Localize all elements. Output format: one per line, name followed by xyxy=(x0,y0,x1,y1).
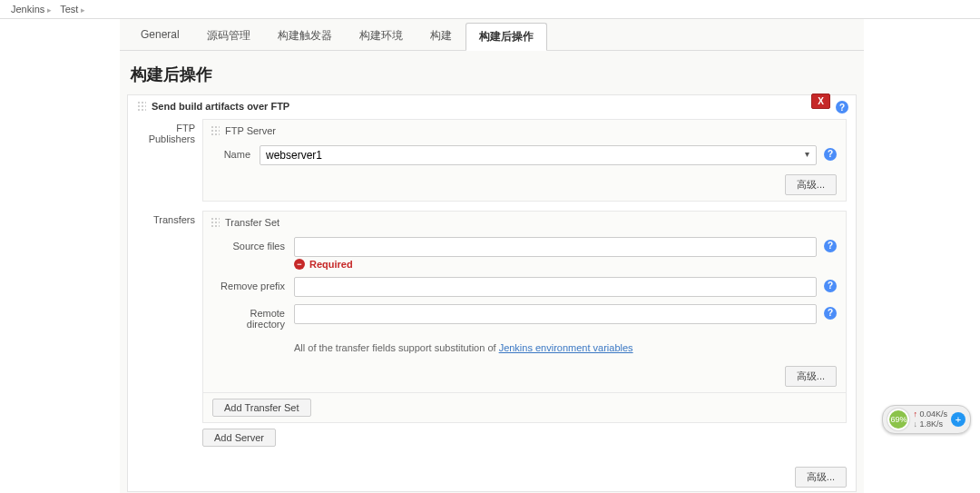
net-stats: 0.04K/s 1.8K/s xyxy=(913,409,947,429)
source-files-input[interactable] xyxy=(294,237,817,257)
chevron-right-icon: ▸ xyxy=(81,5,85,15)
page-title: 构建后操作 xyxy=(120,51,864,94)
help-icon[interactable]: ? xyxy=(824,307,837,320)
name-label: Name xyxy=(212,145,260,160)
help-icon[interactable]: ? xyxy=(824,148,837,161)
transfer-set-block: Transfer Set Source files − Required ? xyxy=(202,211,847,423)
remote-dir-input[interactable] xyxy=(294,304,817,324)
tab-general[interactable]: General xyxy=(127,22,193,50)
add-transfer-set-button[interactable]: Add Transfer Set xyxy=(212,399,311,417)
ftp-publisher-section: Send build artifacts over FTP X ? FTP Pu… xyxy=(127,94,857,492)
source-files-label: Source files xyxy=(212,237,294,251)
breadcrumb-project[interactable]: Test xyxy=(60,4,78,15)
help-icon[interactable]: ? xyxy=(824,240,837,252)
tab-build-env[interactable]: 构建环境 xyxy=(346,22,416,50)
drag-handle-icon[interactable] xyxy=(211,217,220,228)
help-icon[interactable]: ? xyxy=(824,280,837,292)
remote-dir-label: Remote directory xyxy=(212,304,294,330)
required-error: − Required xyxy=(294,257,817,270)
drag-handle-icon[interactable] xyxy=(211,125,220,136)
breadcrumb-root[interactable]: Jenkins xyxy=(11,4,44,15)
env-vars-link[interactable]: Jenkins environment variables xyxy=(499,342,633,353)
tab-triggers[interactable]: 构建触发器 xyxy=(264,22,346,50)
tab-scm[interactable]: 源码管理 xyxy=(193,22,264,50)
usage-circle: 69% xyxy=(887,409,909,430)
server-advanced-button[interactable]: 高级... xyxy=(785,174,837,195)
publishers-label: FTP Publishers xyxy=(137,119,202,202)
transfer-hint: All of the transfer fields support subst… xyxy=(294,337,837,357)
delete-section-button[interactable]: X xyxy=(811,94,830,109)
expand-widget-button[interactable]: + xyxy=(951,412,965,427)
breadcrumb: Jenkins ▸ Test ▸ xyxy=(0,0,980,19)
config-tabs: General 源码管理 构建触发器 构建环境 构建 构建后操作 xyxy=(120,19,864,51)
transfer-advanced-button[interactable]: 高级... xyxy=(785,366,837,387)
network-widget[interactable]: 69% 0.04K/s 1.8K/s + xyxy=(882,405,971,434)
remove-prefix-label: Remove prefix xyxy=(212,277,294,291)
chevron-right-icon: ▸ xyxy=(47,5,52,15)
remove-prefix-input[interactable] xyxy=(294,277,817,297)
section-title: Send build artifacts over FTP xyxy=(152,101,289,112)
help-icon[interactable]: ? xyxy=(836,101,848,113)
add-server-button[interactable]: Add Server xyxy=(202,429,276,447)
transfer-set-title: Transfer Set xyxy=(225,217,279,228)
error-icon: − xyxy=(294,259,305,270)
drag-handle-icon[interactable] xyxy=(137,101,146,112)
section-advanced-button[interactable]: 高级... xyxy=(795,467,847,488)
tab-build[interactable]: 构建 xyxy=(416,22,466,50)
ftp-server-title: FTP Server xyxy=(225,125,276,136)
tab-post-build[interactable]: 构建后操作 xyxy=(466,23,547,51)
ftp-server-select[interactable]: webserver1 xyxy=(260,145,817,165)
ftp-server-block: FTP Server Name webserver1 ? 高级... xyxy=(202,119,847,202)
transfers-label: Transfers xyxy=(137,211,202,452)
